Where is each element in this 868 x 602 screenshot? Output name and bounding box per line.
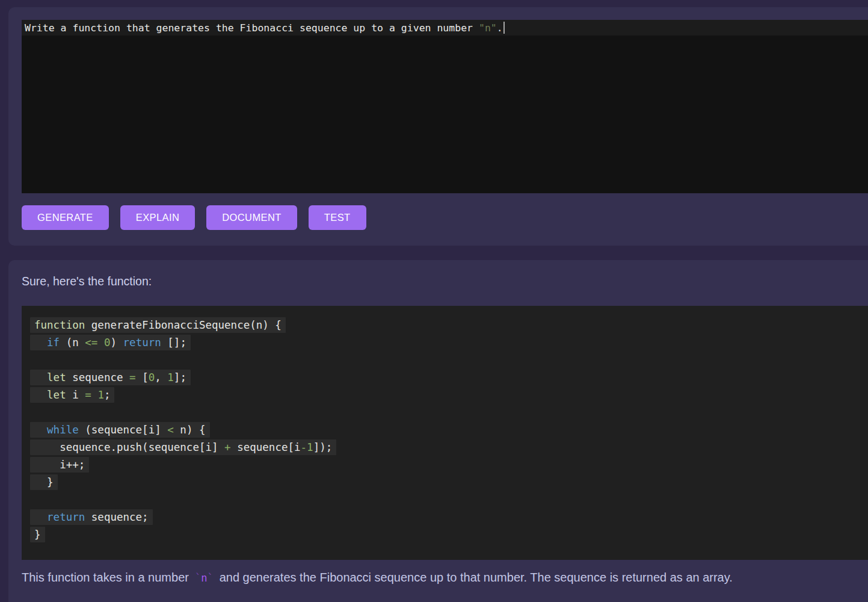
code-line: } <box>30 474 868 491</box>
test-button[interactable]: TEST <box>309 205 366 230</box>
code-token: generateFibonacciSequence(n) { <box>85 319 282 331</box>
code-line-highlight: let sequence = [0, 1]; <box>30 370 191 385</box>
code-line <box>30 352 868 369</box>
prompt-editor[interactable]: Write a function that generates the Fibo… <box>22 20 868 193</box>
code-token: sequence; <box>85 511 148 523</box>
prompt-card: Write a function that generates the Fibo… <box>8 7 868 246</box>
code-token: ]); <box>313 441 333 453</box>
code-line-highlight: while (sequence[i] < n) { <box>30 422 210 438</box>
code-line: if (n <= 0) return []; <box>30 334 868 352</box>
code-token: ; <box>104 389 111 401</box>
backtick: ` <box>195 572 201 584</box>
code-token <box>97 337 104 349</box>
prompt-string-token: "n" <box>479 22 497 34</box>
code-line: while (sequence[i] < n) { <box>30 421 868 439</box>
code-token: ) <box>110 337 123 349</box>
inline-code-n: `n` <box>195 572 214 584</box>
code-token: sequence[i <box>231 441 301 453</box>
code-token: 1 <box>97 389 104 401</box>
code-token <box>34 337 47 349</box>
code-line <box>30 404 868 421</box>
response-intro: Sure, here's the function: <box>22 275 152 288</box>
code-token <box>34 371 47 383</box>
code-token: [ <box>136 371 149 383</box>
code-block: function generateFibonacciSequence(n) { … <box>22 306 868 560</box>
code-token: - <box>301 441 307 453</box>
explain-button[interactable]: EXPLAIN <box>120 205 195 230</box>
code-token: <= <box>85 337 97 349</box>
code-token: sequence.push(sequence[i] <box>34 441 224 453</box>
code-token: while <box>47 424 79 436</box>
code-token: < <box>167 424 174 436</box>
code-line-highlight: sequence.push(sequence[i] + sequence[i-1… <box>30 439 336 455</box>
code-line: } <box>30 526 868 544</box>
code-token: 0 <box>149 371 155 383</box>
code-token: (sequence[i] <box>79 424 168 436</box>
code-token: []; <box>161 337 186 349</box>
outro-text-before: This function takes in a number <box>22 571 189 584</box>
code-line-highlight: } <box>30 527 45 542</box>
code-token: 1 <box>307 441 313 453</box>
code-token <box>91 389 98 401</box>
code-line-highlight: } <box>30 474 58 490</box>
outro-text-after: and generates the Fibonacci sequence up … <box>220 571 733 584</box>
code-line-highlight: return sequence; <box>30 509 153 525</box>
toolbar: GENERATE EXPLAIN DOCUMENT TEST <box>22 205 366 230</box>
code-token: let <box>47 389 66 401</box>
editor-active-line[interactable]: Write a function that generates the Fibo… <box>22 20 868 36</box>
code-token: n) { <box>174 424 206 436</box>
code-token <box>34 511 47 523</box>
code-line: return sequence; <box>30 509 868 526</box>
code-token: function <box>34 319 85 331</box>
code-token: } <box>34 476 54 488</box>
document-button[interactable]: DOCUMENT <box>206 205 297 230</box>
code-line-highlight: i++; <box>30 457 89 473</box>
code-line-highlight: function generateFibonacciSequence(n) { <box>30 317 286 333</box>
code-line-highlight: let i = 1; <box>30 387 114 403</box>
code-token: let <box>47 371 66 383</box>
text-cursor <box>503 22 505 34</box>
code-token: 1 <box>167 371 174 383</box>
code-token: = <box>85 389 91 401</box>
code-line: i++; <box>30 456 868 474</box>
code-token: ]; <box>174 371 186 383</box>
prompt-text: Write a function that generates the Fibo… <box>25 22 479 34</box>
generate-button[interactable]: GENERATE <box>22 205 109 230</box>
code-token: return <box>123 337 161 349</box>
page: Write a function that generates the Fibo… <box>0 0 868 602</box>
code-line: let i = 1; <box>30 386 868 404</box>
prompt-text-end: . <box>497 22 503 34</box>
code-token <box>34 389 47 401</box>
code-line: function generateFibonacciSequence(n) { <box>30 317 868 334</box>
code-token: + <box>224 441 231 453</box>
code-line-highlight: if (n <= 0) return []; <box>30 335 191 350</box>
code-line <box>30 491 868 509</box>
code-token: } <box>34 529 41 541</box>
code-token: (n <box>60 337 85 349</box>
response-outro: This function takes in a number`n`and ge… <box>22 571 864 585</box>
code-token: return <box>47 511 85 523</box>
code-line: sequence.push(sequence[i] + sequence[i-1… <box>30 439 868 456</box>
code-token: if <box>47 337 60 349</box>
response-card: Sure, here's the function: function gene… <box>8 260 868 602</box>
code-line: let sequence = [0, 1]; <box>30 369 868 386</box>
backtick: ` <box>207 572 213 584</box>
code-token: i++; <box>34 459 85 471</box>
code-token: = <box>129 371 136 383</box>
code-token: , <box>155 371 167 383</box>
code-token: sequence <box>66 371 129 383</box>
code-token: i <box>66 389 85 401</box>
code-token <box>34 424 47 436</box>
code-token: 0 <box>104 337 111 349</box>
